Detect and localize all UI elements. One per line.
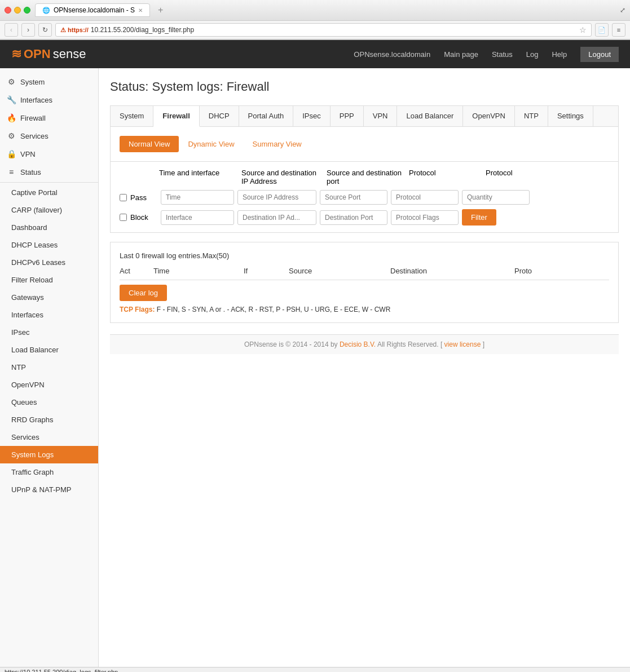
nav-link-help[interactable]: Help (552, 50, 567, 59)
quantity-input[interactable] (462, 190, 530, 205)
status-icon: ≡ (7, 167, 16, 176)
sidebar-label-openvpn: OpenVPN (11, 381, 45, 389)
sidebar-item-ntp[interactable]: NTP (0, 359, 98, 376)
sidebar-item-ipsec[interactable]: IPsec (0, 324, 98, 341)
tab-portal-auth[interactable]: Portal Auth (239, 106, 294, 126)
log-table-header: Act Time If Source Destination Proto (120, 267, 609, 280)
forward-button[interactable]: › (21, 23, 35, 37)
sidebar-item-gateways[interactable]: Gateways (0, 289, 98, 306)
sidebar-item-dhcp-leases[interactable]: DHCP Leases (0, 236, 98, 254)
nav-link-hostname[interactable]: OPNsense.localdomain (354, 50, 430, 59)
sidebar-item-dashboard[interactable]: Dashboard (0, 219, 98, 236)
log-col-act: Act (120, 267, 142, 275)
sidebar-item-queues[interactable]: Queues (0, 394, 98, 411)
reload-button[interactable]: ↻ (38, 23, 52, 37)
minimize-dot[interactable] (14, 7, 21, 14)
sidebar-item-upnp[interactable]: UPnP & NAT-PMP (0, 481, 98, 498)
source-ip-input[interactable] (237, 190, 316, 205)
block-label: Block (130, 213, 157, 222)
tab-firewall[interactable]: Firewall (153, 106, 199, 127)
sidebar-item-interfaces[interactable]: 🔧 Interfaces (0, 91, 98, 109)
sidebar-item-load-balancer[interactable]: Load Balancer (0, 341, 98, 359)
sidebar-label-system: System (20, 78, 45, 86)
footer-license-link[interactable]: view license (444, 341, 481, 348)
sidebar-item-services-sub[interactable]: Services (0, 428, 98, 446)
col-header-time: Time and interface (159, 169, 238, 185)
filter-column-headers: Time and interface Source and destinatio… (120, 169, 609, 185)
new-tab-button[interactable]: + (155, 5, 166, 15)
menu-button[interactable]: ≡ (612, 23, 625, 37)
logo-opn: OPN (24, 47, 51, 61)
time-input[interactable] (161, 190, 234, 205)
sidebar-item-firewall[interactable]: 🔥 Firewall (0, 109, 98, 127)
filter-area: Time and interface Source and destinatio… (111, 162, 618, 232)
nav-link-mainpage[interactable]: Main page (444, 50, 478, 59)
tab-system[interactable]: System (111, 106, 153, 126)
sidebar-label-firewall: Firewall (20, 114, 46, 122)
reader-view-button[interactable]: 📄 (595, 23, 609, 37)
sidebar-item-openvpn[interactable]: OpenVPN (0, 376, 98, 394)
browser-titlebar: 🌐 OPNsense.localdomain - S ✕ + ⤢ (0, 0, 630, 21)
interface-input[interactable] (161, 210, 234, 225)
sidebar-item-traffic-graph[interactable]: Traffic Graph (0, 463, 98, 481)
sidebar-label-filter-reload: Filter Reload (11, 276, 53, 284)
browser-tab[interactable]: 🌐 OPNsense.localdomain - S ✕ (35, 3, 150, 17)
clear-log-button[interactable]: Clear log (120, 285, 167, 301)
sidebar-label-captive-portal: Captive Portal (11, 188, 58, 197)
status-bar: https://10.211.55.200/diag_logs_filter.p… (0, 667, 630, 672)
protocol-input[interactable] (391, 190, 459, 205)
protocol-flags-input[interactable] (391, 210, 459, 225)
tab-ppp[interactable]: PPP (331, 106, 364, 126)
close-dot[interactable] (5, 7, 11, 14)
tab-dhcp[interactable]: DHCP (200, 106, 239, 126)
pass-label: Pass (130, 193, 157, 202)
sidebar: ⚙ System 🔧 Interfaces 🔥 Firewall ⚙ Servi… (0, 68, 99, 667)
sidebar-item-system-logs[interactable]: System Logs (0, 446, 98, 463)
col-header-protocol: Protocol (409, 169, 482, 185)
tab-load-balancer[interactable]: Load Balancer (397, 106, 463, 126)
sidebar-item-status[interactable]: ≡ Status (0, 163, 98, 181)
summary-view-button[interactable]: Summary View (244, 136, 311, 152)
interfaces-icon: 🔧 (7, 95, 16, 104)
sidebar-item-vpn[interactable]: 🔒 VPN (0, 145, 98, 163)
sidebar-item-interfaces-sub[interactable]: Interfaces (0, 306, 98, 324)
tab-settings[interactable]: Settings (548, 106, 593, 126)
col-header-protocol2: Protocol (486, 169, 559, 185)
dest-port-input[interactable] (320, 210, 387, 225)
vpn-icon: 🔒 (7, 149, 16, 158)
source-port-input[interactable] (320, 190, 387, 205)
tcp-flags-label: TCP Flags: (120, 306, 155, 313)
sidebar-item-carp[interactable]: CARP (failover) (0, 201, 98, 219)
nav-link-status[interactable]: Status (492, 50, 513, 59)
bookmark-icon[interactable]: ☆ (579, 25, 587, 34)
log-col-if: If (244, 267, 277, 275)
nav-link-log[interactable]: Log (526, 50, 539, 59)
back-button[interactable]: ‹ (5, 23, 18, 37)
logo-icon: ≋ (11, 47, 21, 61)
sidebar-item-system[interactable]: ⚙ System (0, 73, 98, 91)
sidebar-item-captive-portal[interactable]: Captive Portal (0, 184, 98, 201)
sidebar-item-dhcpv6-leases[interactable]: DHCPv6 Leases (0, 254, 98, 271)
tab-close-icon[interactable]: ✕ (138, 7, 143, 14)
tab-openvpn[interactable]: OpenVPN (463, 106, 515, 126)
sidebar-item-filter-reload[interactable]: Filter Reload (0, 271, 98, 289)
dynamic-view-button[interactable]: Dynamic View (179, 136, 243, 152)
page-title: Status: System logs: Firewall (110, 79, 619, 94)
logout-button[interactable]: Logout (580, 47, 619, 62)
dest-ip-input[interactable] (237, 210, 316, 225)
normal-view-button[interactable]: Normal View (120, 136, 179, 152)
pass-checkbox[interactable] (120, 194, 127, 201)
sidebar-item-rrd-graphs[interactable]: RRD Graphs (0, 411, 98, 428)
footer-decisio-link[interactable]: Decisio B.V. (340, 341, 376, 348)
sidebar-item-services[interactable]: ⚙ Services (0, 127, 98, 145)
body-layout: ⚙ System 🔧 Interfaces 🔥 Firewall ⚙ Servi… (0, 68, 630, 667)
block-checkbox[interactable] (120, 214, 127, 221)
tab-ntp[interactable]: NTP (515, 106, 548, 126)
maximize-dot[interactable] (24, 7, 30, 14)
firewall-icon: 🔥 (7, 113, 16, 122)
fullscreen-button[interactable]: ⤢ (620, 6, 625, 14)
address-bar[interactable]: ⚠ https:// 10.211.55.200/diag_logs_filte… (55, 23, 592, 37)
tab-ipsec[interactable]: IPsec (293, 106, 331, 126)
filter-button[interactable]: Filter (462, 209, 496, 226)
tab-vpn[interactable]: VPN (364, 106, 398, 126)
